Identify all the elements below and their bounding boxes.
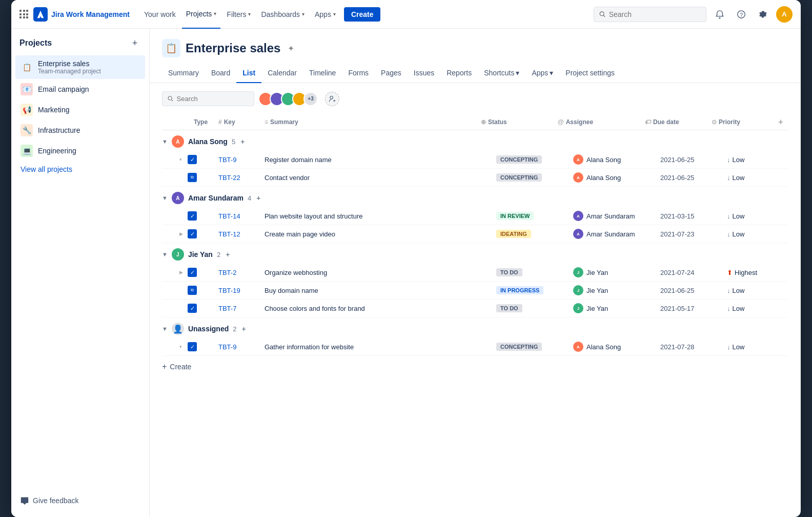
col-header-status: Status	[488, 118, 507, 126]
tab-pages[interactable]: Pages	[375, 64, 408, 83]
sidebar-title: Projects	[19, 38, 52, 48]
sidebar-infra-name: Infrastructure	[38, 126, 80, 134]
sidebar-item-enterprise-sales[interactable]: 📋 Enterprise sales Team-managed project	[15, 55, 145, 79]
avatar-group: +3	[258, 92, 318, 106]
list-search-input[interactable]	[177, 95, 249, 103]
nav-dashboards[interactable]: Dashboards▾	[257, 0, 309, 29]
user-avatar[interactable]: A	[776, 6, 793, 23]
nav-filters[interactable]: Filters▾	[222, 0, 255, 29]
svg-text:?: ?	[740, 11, 743, 17]
task-checkbox-icon: ✓	[188, 268, 197, 277]
expand-icon[interactable]: ▶	[179, 270, 188, 275]
group-amar-expand[interactable]: ▼	[162, 195, 168, 201]
sidebar-item-email-campaign[interactable]: 📧 Email campaign	[15, 79, 145, 100]
search-box[interactable]	[594, 7, 706, 22]
expand-icon[interactable]: ▶	[179, 231, 188, 236]
svg-point-5	[168, 96, 172, 100]
search-input[interactable]	[609, 10, 701, 18]
col-header-type: Type	[194, 118, 208, 126]
table-row[interactable]: ▶ ✓ TBT-12 Create main page video IDEATI…	[162, 225, 788, 243]
group-unassigned-expand[interactable]: ▼	[162, 326, 168, 332]
tab-calendar[interactable]: Calendar	[261, 64, 303, 83]
expand-icon[interactable]: ▾	[179, 344, 188, 349]
group-jie-count: 2	[217, 251, 220, 258]
group-unassigned-avatar: 👤	[172, 323, 184, 335]
sidebar-engineering-name: Engineering	[38, 147, 76, 155]
col-header-summary: Summary	[270, 118, 298, 126]
group-alana-add[interactable]: +	[240, 137, 245, 146]
star-icon[interactable]: ✦	[288, 44, 294, 53]
sidebar-add-button[interactable]: +	[129, 37, 141, 49]
notifications-button[interactable]	[712, 6, 728, 23]
sidebar: Projects + 📋 Enterprise sales Team-manag…	[11, 29, 150, 517]
logo[interactable]: Jira Work Management	[33, 7, 130, 22]
group-jie-expand[interactable]: ▼	[162, 251, 168, 257]
nav-apps[interactable]: Apps▾	[311, 0, 340, 29]
sidebar-item-infrastructure[interactable]: 🔧 Infrastructure	[15, 120, 145, 141]
topnav: Jira Work Management Your work Projects▾…	[11, 0, 801, 29]
give-feedback[interactable]: Give feedback	[15, 492, 145, 509]
feedback-label: Give feedback	[33, 496, 79, 505]
svg-point-7	[330, 96, 333, 99]
group-amar-add[interactable]: +	[256, 194, 260, 202]
tab-apps[interactable]: Apps ▾	[525, 64, 559, 83]
create-row[interactable]: + Create	[162, 356, 788, 377]
status-badge: CONCEPTING	[496, 173, 542, 182]
group-jie-yan: ▼ J Jie Yan 2 + ▶ ✓ TBT-2 Or	[162, 243, 788, 317]
tab-shortcuts[interactable]: Shortcuts ▾	[478, 64, 525, 83]
settings-button[interactable]	[755, 6, 771, 23]
manage-users-button[interactable]	[325, 92, 339, 106]
tab-timeline[interactable]: Timeline	[303, 64, 342, 83]
tab-summary[interactable]: Summary	[162, 64, 205, 83]
table-row[interactable]: ⧉ TBT-22 Contact vendor CONCEPTING A Ala…	[162, 169, 788, 187]
tab-issues[interactable]: Issues	[408, 64, 440, 83]
task-checkbox-icon: ✓	[188, 304, 197, 313]
group-alana-name: Alana Song	[188, 137, 228, 146]
group-unassigned-count: 2	[233, 325, 236, 333]
sidebar-email-name: Email campaign	[38, 85, 89, 93]
group-jie-add[interactable]: +	[226, 250, 230, 258]
project-title: Enterprise sales	[186, 41, 280, 55]
status-badge: IN REVIEW	[496, 212, 534, 220]
tab-reports[interactable]: Reports	[440, 64, 478, 83]
list-search-box[interactable]	[162, 91, 254, 106]
table-row[interactable]: ✓ TBT-7 Choose colors and fonts for bran…	[162, 300, 788, 317]
project-icon: 📋	[162, 39, 180, 57]
create-button[interactable]: Create	[344, 7, 381, 22]
app-grid-icon[interactable]	[19, 10, 28, 18]
nav-your-work[interactable]: Your work	[140, 0, 180, 29]
help-button[interactable]: ?	[733, 6, 749, 23]
sidebar-item-marketing[interactable]: 📢 Marketing	[15, 100, 145, 120]
group-jie-avatar: J	[172, 248, 184, 261]
tab-forms[interactable]: Forms	[342, 64, 375, 83]
sidebar-item-engineering[interactable]: 💻 Engineering	[15, 141, 145, 161]
tabs: Summary Board List Calendar Timeline For…	[150, 64, 801, 83]
group-amar-name: Amar Sundaram	[188, 194, 243, 202]
tab-list[interactable]: List	[236, 64, 261, 83]
tab-project-settings[interactable]: Project settings	[559, 64, 621, 83]
table-row[interactable]: ▾ ✓ TBT-9 Register domain name CONCEPTIN…	[162, 151, 788, 169]
add-column-button[interactable]: +	[773, 117, 788, 127]
group-unassigned-name: Unassigned	[188, 325, 229, 333]
table-row[interactable]: ▶ ✓ TBT-2 Organize webhosting TO DO J Ji…	[162, 264, 788, 282]
view-all-projects[interactable]: View all projects	[15, 161, 145, 177]
table-row[interactable]: ⧉ TBT-19 Buy domain name IN PROGRESS J J…	[162, 282, 788, 300]
list-toolbar: +3	[162, 91, 788, 106]
group-unassigned-add[interactable]: +	[241, 325, 246, 333]
table-row[interactable]: ✓ TBT-14 Plan website layout and structu…	[162, 207, 788, 225]
avatar-count[interactable]: +3	[303, 92, 318, 106]
group-alana-song: ▼ A Alana Song 5 + ▾ ✓ TBT-9	[162, 130, 788, 187]
group-alana-count: 5	[232, 138, 235, 146]
col-header-assignee: Assignee	[566, 118, 593, 126]
task-subtask-icon: ⧉	[188, 286, 197, 295]
expand-icon[interactable]: ▾	[179, 157, 188, 162]
tab-board[interactable]: Board	[205, 64, 236, 83]
group-alana-expand[interactable]: ▼	[162, 138, 168, 145]
nav-projects[interactable]: Projects▾	[182, 0, 221, 29]
column-headers: Type # Key ≡ Summary ⊕ Status	[162, 114, 788, 130]
sidebar-marketing-name: Marketing	[38, 106, 69, 114]
table-row[interactable]: ▾ ✓ TBT-9 Gather information for website…	[162, 338, 788, 356]
svg-point-2	[719, 17, 721, 18]
task-checkbox-icon: ✓	[188, 229, 197, 238]
status-badge: CONCEPTING	[496, 155, 542, 164]
